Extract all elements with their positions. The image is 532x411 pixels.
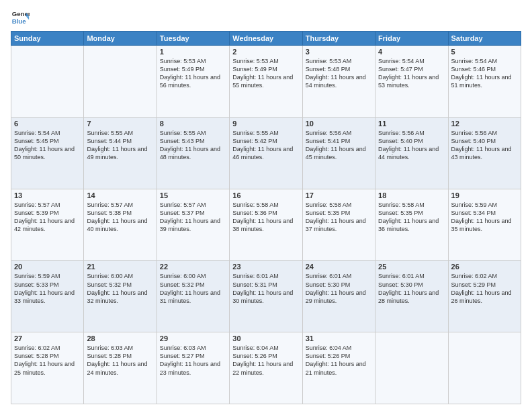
calendar-week-5: 27Sunrise: 6:02 AM Sunset: 5:28 PM Dayli… — [11, 332, 521, 404]
day-number: 10 — [306, 120, 372, 128]
day-number: 7 — [87, 120, 153, 128]
calendar-cell: 19Sunrise: 5:59 AM Sunset: 5:34 PM Dayli… — [448, 189, 521, 261]
calendar-week-3: 13Sunrise: 5:57 AM Sunset: 5:39 PM Dayli… — [11, 189, 521, 261]
day-number: 18 — [378, 191, 445, 199]
day-info: Sunrise: 6:02 AM Sunset: 5:29 PM Dayligh… — [451, 272, 518, 305]
calendar-cell — [375, 332, 448, 404]
day-number: 11 — [378, 120, 445, 128]
calendar-cell: 9Sunrise: 5:55 AM Sunset: 5:42 PM Daylig… — [230, 117, 302, 189]
weekday-header-wednesday: Wednesday — [230, 32, 302, 46]
calendar-cell: 25Sunrise: 6:01 AM Sunset: 5:30 PM Dayli… — [375, 261, 448, 332]
weekday-header-tuesday: Tuesday — [157, 32, 229, 46]
day-number: 14 — [87, 191, 153, 199]
calendar-cell — [448, 332, 521, 404]
day-info: Sunrise: 6:00 AM Sunset: 5:32 PM Dayligh… — [160, 272, 226, 305]
weekday-header-friday: Friday — [375, 32, 448, 46]
day-number: 31 — [306, 334, 372, 342]
day-info: Sunrise: 6:04 AM Sunset: 5:26 PM Dayligh… — [232, 344, 299, 377]
calendar-week-1: 1Sunrise: 5:53 AM Sunset: 5:49 PM Daylig… — [11, 46, 521, 118]
day-info: Sunrise: 5:53 AM Sunset: 5:49 PM Dayligh… — [160, 57, 226, 90]
calendar-cell: 31Sunrise: 6:04 AM Sunset: 5:26 PM Dayli… — [302, 332, 375, 404]
day-info: Sunrise: 5:58 AM Sunset: 5:35 PM Dayligh… — [378, 201, 445, 234]
day-number: 29 — [160, 334, 226, 342]
day-info: Sunrise: 5:58 AM Sunset: 5:36 PM Dayligh… — [232, 201, 299, 234]
day-number: 4 — [378, 48, 445, 56]
day-number: 22 — [160, 263, 226, 271]
calendar-cell: 11Sunrise: 5:56 AM Sunset: 5:40 PM Dayli… — [375, 117, 448, 189]
calendar-cell: 17Sunrise: 5:58 AM Sunset: 5:35 PM Dayli… — [302, 189, 375, 261]
header: General Blue — [11, 8, 521, 27]
calendar-cell: 10Sunrise: 5:56 AM Sunset: 5:41 PM Dayli… — [302, 117, 375, 189]
day-number: 6 — [14, 120, 81, 128]
calendar-week-2: 6Sunrise: 5:54 AM Sunset: 5:45 PM Daylig… — [11, 117, 521, 189]
day-number: 8 — [160, 120, 226, 128]
day-info: Sunrise: 5:59 AM Sunset: 5:33 PM Dayligh… — [14, 272, 81, 305]
weekday-header-thursday: Thursday — [302, 32, 375, 46]
day-info: Sunrise: 6:00 AM Sunset: 5:32 PM Dayligh… — [87, 272, 153, 305]
day-number: 21 — [87, 263, 153, 271]
day-number: 15 — [160, 191, 226, 199]
logo-icon: General Blue — [11, 8, 30, 27]
day-info: Sunrise: 5:55 AM Sunset: 5:44 PM Dayligh… — [87, 129, 153, 162]
weekday-header-sunday: Sunday — [11, 32, 84, 46]
weekday-header-monday: Monday — [84, 32, 157, 46]
calendar-table: SundayMondayTuesdayWednesdayThursdayFrid… — [11, 31, 521, 404]
calendar-cell: 23Sunrise: 6:01 AM Sunset: 5:31 PM Dayli… — [230, 261, 302, 332]
day-number: 28 — [87, 334, 153, 342]
day-number: 25 — [378, 263, 445, 271]
day-number: 30 — [232, 334, 299, 342]
day-number: 24 — [306, 263, 372, 271]
calendar-cell: 20Sunrise: 5:59 AM Sunset: 5:33 PM Dayli… — [11, 261, 84, 332]
calendar-cell: 18Sunrise: 5:58 AM Sunset: 5:35 PM Dayli… — [375, 189, 448, 261]
svg-text:Blue: Blue — [12, 17, 26, 25]
day-number: 1 — [160, 48, 226, 56]
day-number: 16 — [232, 191, 299, 199]
day-number: 2 — [232, 48, 299, 56]
day-info: Sunrise: 5:58 AM Sunset: 5:35 PM Dayligh… — [306, 201, 372, 234]
calendar-cell: 30Sunrise: 6:04 AM Sunset: 5:26 PM Dayli… — [230, 332, 302, 404]
calendar-cell: 27Sunrise: 6:02 AM Sunset: 5:28 PM Dayli… — [11, 332, 84, 404]
calendar-cell: 12Sunrise: 5:56 AM Sunset: 5:40 PM Dayli… — [448, 117, 521, 189]
day-number: 13 — [14, 191, 81, 199]
day-info: Sunrise: 5:54 AM Sunset: 5:46 PM Dayligh… — [451, 57, 518, 90]
calendar-cell: 14Sunrise: 5:57 AM Sunset: 5:38 PM Dayli… — [84, 189, 157, 261]
day-info: Sunrise: 5:53 AM Sunset: 5:48 PM Dayligh… — [306, 57, 372, 90]
calendar-cell: 8Sunrise: 5:55 AM Sunset: 5:43 PM Daylig… — [157, 117, 229, 189]
calendar-cell — [84, 46, 157, 118]
calendar-cell: 15Sunrise: 5:57 AM Sunset: 5:37 PM Dayli… — [157, 189, 229, 261]
day-info: Sunrise: 5:55 AM Sunset: 5:42 PM Dayligh… — [232, 129, 299, 162]
day-info: Sunrise: 5:54 AM Sunset: 5:45 PM Dayligh… — [14, 129, 81, 162]
day-info: Sunrise: 5:59 AM Sunset: 5:34 PM Dayligh… — [451, 201, 518, 234]
calendar-cell: 3Sunrise: 5:53 AM Sunset: 5:48 PM Daylig… — [302, 46, 375, 118]
calendar-cell: 7Sunrise: 5:55 AM Sunset: 5:44 PM Daylig… — [84, 117, 157, 189]
calendar-cell: 28Sunrise: 6:03 AM Sunset: 5:28 PM Dayli… — [84, 332, 157, 404]
day-info: Sunrise: 5:57 AM Sunset: 5:39 PM Dayligh… — [14, 201, 81, 234]
calendar-cell: 5Sunrise: 5:54 AM Sunset: 5:46 PM Daylig… — [448, 46, 521, 118]
day-info: Sunrise: 5:57 AM Sunset: 5:38 PM Dayligh… — [87, 201, 153, 234]
calendar-cell: 1Sunrise: 5:53 AM Sunset: 5:49 PM Daylig… — [157, 46, 229, 118]
day-info: Sunrise: 5:56 AM Sunset: 5:40 PM Dayligh… — [451, 129, 518, 162]
calendar-cell — [11, 46, 84, 118]
calendar-cell: 29Sunrise: 6:03 AM Sunset: 5:27 PM Dayli… — [157, 332, 229, 404]
day-info: Sunrise: 6:03 AM Sunset: 5:28 PM Dayligh… — [87, 344, 153, 377]
calendar-week-4: 20Sunrise: 5:59 AM Sunset: 5:33 PM Dayli… — [11, 261, 521, 332]
day-number: 26 — [451, 263, 518, 271]
day-number: 20 — [14, 263, 81, 271]
logo: General Blue — [11, 8, 30, 27]
day-info: Sunrise: 6:01 AM Sunset: 5:30 PM Dayligh… — [378, 272, 445, 305]
calendar-cell: 13Sunrise: 5:57 AM Sunset: 5:39 PM Dayli… — [11, 189, 84, 261]
day-info: Sunrise: 5:56 AM Sunset: 5:40 PM Dayligh… — [378, 129, 445, 162]
day-number: 17 — [306, 191, 372, 199]
day-number: 27 — [14, 334, 81, 342]
day-info: Sunrise: 5:57 AM Sunset: 5:37 PM Dayligh… — [160, 201, 226, 234]
weekday-header-saturday: Saturday — [448, 32, 521, 46]
day-info: Sunrise: 6:04 AM Sunset: 5:26 PM Dayligh… — [306, 344, 372, 377]
day-number: 23 — [232, 263, 299, 271]
day-info: Sunrise: 5:53 AM Sunset: 5:49 PM Dayligh… — [232, 57, 299, 90]
calendar-cell: 2Sunrise: 5:53 AM Sunset: 5:49 PM Daylig… — [230, 46, 302, 118]
calendar-cell: 24Sunrise: 6:01 AM Sunset: 5:30 PM Dayli… — [302, 261, 375, 332]
calendar-cell: 26Sunrise: 6:02 AM Sunset: 5:29 PM Dayli… — [448, 261, 521, 332]
day-info: Sunrise: 6:03 AM Sunset: 5:27 PM Dayligh… — [160, 344, 226, 377]
day-number: 19 — [451, 191, 518, 199]
calendar-cell: 21Sunrise: 6:00 AM Sunset: 5:32 PM Dayli… — [84, 261, 157, 332]
